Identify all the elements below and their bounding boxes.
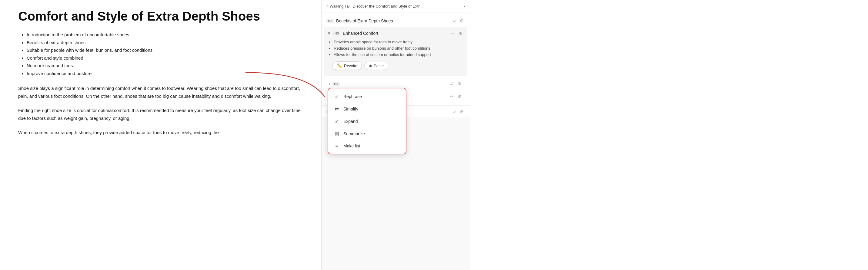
dropdown-item-make-list[interactable]: ≡ Make list: [328, 140, 406, 152]
breadcrumb-back-arrow[interactable]: ‹: [327, 4, 328, 8]
h3-chevron-down[interactable]: ∨: [328, 31, 331, 35]
rewrite-bar: ✏️ Rewrite ⊕ Paste: [329, 59, 463, 72]
rewrite-dropdown-menu: ⤾ Rephrase ⇄ Simplify ⤢ Expand ▤ Summari…: [328, 88, 406, 155]
dropdown-item-summarize[interactable]: ▤ Summarize: [328, 128, 406, 140]
h2-benefits-add-icon[interactable]: ⊕: [459, 17, 465, 24]
h3-collapsed-add-2[interactable]: ⊕: [456, 93, 463, 100]
h3-tag: H3: [333, 31, 340, 35]
expand-label: Expand: [343, 119, 358, 124]
h3-bullet-2: Reduces pressure on bunions and other fo…: [334, 45, 465, 52]
paste-btn-label: Paste: [374, 64, 384, 68]
h3-collapsed-tag-1: H3: [333, 82, 340, 86]
h3-collapsed-rewrite-1[interactable]: ⤾: [448, 80, 455, 87]
make-list-label: Make list: [343, 143, 360, 148]
simplify-label: Simplify: [343, 106, 358, 111]
make-list-icon: ≡: [334, 143, 340, 148]
summarize-label: Summarize: [343, 131, 365, 136]
pencil-icon: ✏️: [337, 63, 342, 68]
bullet-item: Comfort and style combined: [27, 54, 303, 62]
dropdown-item-rephrase[interactable]: ⤾ Rephrase: [328, 90, 406, 103]
dropdown-item-simplify[interactable]: ⇄ Simplify: [328, 103, 406, 115]
dropdown-item-expand[interactable]: ⤢ Expand: [328, 115, 406, 128]
h3-collapsed-rewrite-2[interactable]: ⤾: [448, 93, 455, 100]
h2-benefits-rewrite-icon[interactable]: ⤾: [451, 17, 457, 24]
h3-collapsed-add-1[interactable]: ⊕: [456, 80, 463, 87]
article-title: Comfort and Style of Extra Depth Shoes: [18, 9, 303, 24]
summarize-icon: ▤: [334, 131, 340, 136]
breadcrumb-text: Walking Tall: Discover the Comfort and S…: [330, 4, 462, 8]
breadcrumb-nav: ‹ Walking Tall: Discover the Comfort and…: [321, 0, 470, 12]
h3-enhanced-rewrite-icon[interactable]: ⤾: [450, 30, 456, 37]
sidebar: ‹ Walking Tall: Discover the Comfort and…: [321, 0, 470, 270]
paste-icon: ⊕: [369, 64, 372, 68]
rewrite-button[interactable]: ✏️ Rewrite: [333, 62, 362, 70]
bullet-item: Introduction to the problem of uncomfort…: [27, 31, 303, 39]
paste-button[interactable]: ⊕ Paste: [364, 62, 388, 70]
h2-tag: H2: [327, 19, 334, 23]
h3-collapsed-chevron-1[interactable]: ›: [329, 82, 330, 86]
bullet-item: Improve confidence and posture: [27, 70, 303, 77]
simplify-icon: ⇄: [334, 106, 340, 112]
content-area: Comfort and Style of Extra Depth Shoes I…: [0, 0, 321, 270]
intro-bullet-list: Introduction to the problem of uncomfort…: [18, 31, 303, 77]
h3-enhanced-label: Enhanced Comfort: [343, 31, 447, 36]
bullet-item: No more cramped toes: [27, 62, 303, 70]
h2-benefits-label: Benefits of Extra Depth Shoes: [336, 19, 448, 23]
paragraph-3: When it comes to extra depth shoes, they…: [18, 129, 303, 136]
h3-bullet-3: Allows for the use of custom orthotics f…: [334, 52, 465, 58]
paragraph-2: Finding the right shoe size is crucial f…: [18, 106, 303, 122]
rephrase-label: Rephrase: [343, 94, 362, 99]
h3-enhanced-comfort: ∨ H3 Enhanced Comfort ⤾ ⊕ Provides ample…: [324, 27, 467, 76]
breadcrumb-forward-arrow[interactable]: ›: [463, 4, 465, 8]
h2-howto-rewrite-icon[interactable]: ⤾: [451, 108, 457, 115]
h3-bullet-1: Provides ample space for toes to move fr…: [334, 39, 465, 45]
paragraph-1: Shoe size plays a significant role in de…: [18, 85, 303, 100]
h3-enhanced-bullets: Provides ample space for toes to move fr…: [327, 38, 465, 59]
rewrite-btn-label: Rewrite: [344, 64, 357, 68]
expand-icon: ⤢: [334, 119, 340, 124]
bullet-item: Benefits of extra depth shoes: [27, 39, 303, 46]
rephrase-icon: ⤾: [334, 94, 340, 99]
bullet-item: Suitable for people with wide feet, buni…: [27, 46, 303, 54]
h2-howto-add-icon[interactable]: ⊕: [459, 108, 465, 115]
h3-enhanced-add-icon[interactable]: ⊕: [457, 30, 464, 37]
